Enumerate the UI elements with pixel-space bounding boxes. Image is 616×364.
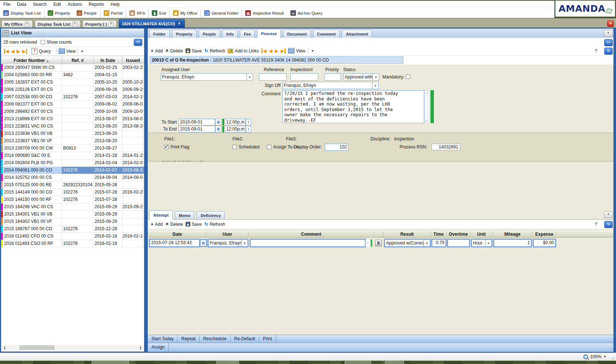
comment-scrollbar[interactable]: ∧∨: [424, 90, 430, 123]
attempt-tab[interactable]: Attempt: [149, 210, 173, 220]
tab-overflow-icon[interactable]: ▼: [604, 30, 613, 37]
repeat-button[interactable]: Repeat: [177, 335, 199, 343]
menu-item[interactable]: Edit: [50, 1, 65, 8]
tab-close-icon[interactable]: [177, 21, 182, 26]
detail-tab[interactable]: Attachment: [342, 30, 372, 38]
table-row[interactable]: 2015 075125 000 00 RE 262922320104 2015-…: [1, 181, 144, 189]
delete-button[interactable]: ✕Delete: [165, 222, 183, 227]
tab-close-icon[interactable]: [25, 22, 30, 27]
time-spinner[interactable]: ▴▾: [246, 119, 251, 125]
calendar-button[interactable]: [200, 240, 206, 246]
table-row[interactable]: 2009 296492 EXT 00 CS 2009-10-09 2009-10…: [1, 108, 144, 115]
table-row[interactable]: 2005 182837 EXT 00 CS 2005-10-20 2005-10…: [1, 79, 144, 86]
add-button[interactable]: +Add: [151, 221, 163, 227]
comment-spinner[interactable]: ▴▾: [366, 239, 370, 247]
refresh-button[interactable]: Refresh: [204, 222, 225, 227]
detail-tab[interactable]: Folder: [149, 30, 170, 38]
reschedule-button[interactable]: Reschedule: [199, 335, 230, 343]
table-row[interactable]: 2015 144149 000 00 CO 102276 2015-07-28 …: [1, 189, 144, 196]
mandatory-checkbox[interactable]: [406, 74, 410, 79]
window-tab[interactable]: Property [ ]: [82, 20, 117, 28]
attempt-comment-input[interactable]: [250, 239, 365, 247]
nav-last-button[interactable]: ▶: [281, 48, 286, 54]
date-input[interactable]: 2015-09-01: [179, 126, 215, 132]
table-row[interactable]: 2013 226709 000 00 CW B0813 2013-08-27: [1, 145, 144, 152]
table-row[interactable]: 2007 032538 000 00 CO 102276 2007-03-03 …: [1, 93, 144, 101]
tab-close-icon[interactable]: [72, 22, 77, 27]
reference-input[interactable]: [259, 73, 287, 81]
sign-off-select[interactable]: Franquiz, Efrayn: [282, 82, 379, 89]
attempt-tab[interactable]: Memo: [175, 211, 195, 219]
expand-icon[interactable]: <>: [134, 39, 142, 46]
nav-next-button[interactable]: ▶: [275, 48, 278, 54]
detail-tab[interactable]: Fee: [240, 30, 255, 38]
toolbar-button[interactable]: ☻ RFS: [126, 9, 148, 17]
table-row[interactable]: 2014 092804 PLB 00 PG 2014-02-04 2014-02…: [1, 159, 144, 167]
unit-select[interactable]: Hour: [472, 239, 492, 247]
column-header-in-date[interactable]: In Date: [94, 57, 122, 64]
detail-tab[interactable]: People: [199, 30, 220, 38]
date-input[interactable]: 2015-09-01: [179, 119, 215, 125]
nav-prev-button[interactable]: ◀: [269, 48, 272, 54]
refresh-panel-icon[interactable]: ↻: [604, 221, 613, 228]
toolbar-button[interactable]: ⌂ Property: [44, 9, 74, 17]
detail-tab[interactable]: Comment: [313, 30, 340, 38]
overtime-input[interactable]: [448, 239, 469, 247]
toolbar-button[interactable]: ▦ Inspection Result: [242, 9, 287, 17]
show-counts-checkbox[interactable]: [41, 40, 45, 44]
time-spinner[interactable]: ▴▾: [246, 126, 251, 132]
refresh-button[interactable]: Refresh: [204, 48, 225, 54]
menu-item[interactable]: Data: [14, 1, 29, 8]
table-row[interactable]: 2015 164296 VAC 00 CS 2015-09-29 2015-09…: [1, 203, 144, 211]
toolbar-button[interactable]: ▣ My Office: [170, 9, 201, 17]
display-order-input[interactable]: 102: [325, 144, 348, 151]
column-header-issued[interactable]: Issued: [122, 57, 143, 64]
result-select[interactable]: Approved w/Correct: [385, 239, 430, 247]
calendar-button[interactable]: [215, 119, 221, 125]
window-tab[interactable]: 1820 STILLWATER AVE[CO]: [119, 19, 185, 28]
assigned-user-select[interactable]: Franquiz, Efrayn: [161, 73, 253, 81]
table-row[interactable]: 2014 325752 000 00 CS 2014-09-04 2014-09…: [1, 174, 144, 181]
attempt-user-select[interactable]: Franquiz, Efrayn: [208, 239, 248, 247]
zoom-control[interactable]: 100% ▼: [583, 354, 606, 359]
table-row[interactable]: 2006 225126 EXT 00 CS 2006-09-26 2006-09…: [1, 86, 144, 93]
table-row[interactable]: 2013 223836 VB1 00 VB 2013-08-20: [1, 130, 144, 137]
nav-first-button[interactable]: ◀: [261, 48, 266, 54]
resize-grip[interactable]: [611, 356, 615, 360]
table-row[interactable]: 2015 188767 000 00 CO 102276 2015-12-28: [1, 225, 144, 233]
comment-textarea[interactable]: 7/20/15 I performed the re-inspection to…: [282, 90, 424, 123]
save-button[interactable]: Save: [186, 48, 202, 54]
mileage-input[interactable]: 1: [494, 239, 531, 247]
horizontal-scrollbar[interactable]: ❮ ❯: [2, 345, 143, 350]
view-dropdown-icon[interactable]: ▼: [80, 49, 84, 53]
calendar-button[interactable]: [215, 126, 221, 132]
tab-close-icon[interactable]: [109, 22, 114, 27]
assign-button[interactable]: Assign: [148, 343, 169, 352]
window-tab[interactable]: Display Task List: [35, 20, 80, 28]
column-header-ref[interactable]: Ref. #: [62, 57, 94, 64]
view-button[interactable]: View: [59, 48, 76, 54]
save-button[interactable]: Save: [186, 222, 202, 227]
add-button[interactable]: +Add: [151, 48, 163, 54]
print-flag-checkbox[interactable]: [164, 145, 169, 149]
scroll-right-icon[interactable]: ❯: [138, 346, 143, 350]
attempt-tab[interactable]: Deficiency: [197, 211, 225, 219]
help-button[interactable]: ?: [595, 222, 597, 227]
attempt-date-input[interactable]: 2015-07-28 12:53:42: [150, 239, 199, 247]
table-row[interactable]: 2014 090680 S&C 00 E 2014-01-28 2014-01-…: [1, 152, 144, 159]
nav-first-button[interactable]: ◀: [4, 49, 9, 54]
expense-input[interactable]: $0.00: [534, 239, 556, 247]
delete-button[interactable]: ✕Delete: [165, 48, 183, 54]
toolbar-button[interactable]: ☺ People: [73, 9, 100, 17]
table-row[interactable]: 2016 011493 CSO 00 RF 102276 2016-02-18: [1, 240, 144, 247]
view-dropdown-icon[interactable]: ▼: [311, 49, 314, 53]
table-row[interactable]: 2015 164301 VB1 00 VB 2015-09-29: [1, 211, 144, 218]
toolbar-button[interactable]: ▮ Exit: [148, 9, 169, 17]
time-input[interactable]: 12:00p.m: [225, 119, 246, 125]
scroll-left-icon[interactable]: ❮: [2, 346, 8, 350]
table-row[interactable]: 2003 260047 SNW 00 CS 2003-02-25 2003-02…: [1, 64, 144, 71]
start-today-button[interactable]: Start Today: [148, 335, 177, 343]
window-tab[interactable]: My Office: [1, 20, 33, 28]
priority-input[interactable]: [324, 73, 341, 81]
nav-next-button[interactable]: ▶: [16, 49, 20, 54]
